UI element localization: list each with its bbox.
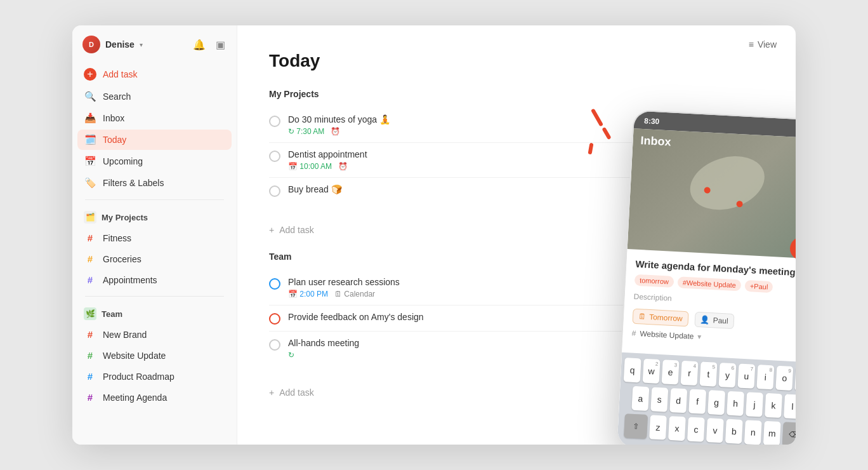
key-r[interactable]: r4 — [681, 361, 699, 386]
hash-icon: # — [84, 274, 96, 285]
sidebar-item-today[interactable]: 🗓️ Today — [77, 130, 232, 150]
key-shift[interactable]: ⇧ — [624, 413, 648, 439]
key-j[interactable]: j — [746, 392, 763, 417]
phone-content: Write agenda for Monday's meeting tomorr… — [622, 249, 796, 363]
task-checkbox[interactable] — [269, 313, 280, 325]
phone-tags: tomorrow #Website Update +Paul — [635, 274, 796, 295]
key-m[interactable]: m — [763, 421, 781, 445]
key-s[interactable]: s — [650, 387, 668, 412]
key-i[interactable]: i8 — [756, 365, 774, 389]
sidebar-item-label: Appointments — [103, 275, 157, 285]
key-t[interactable]: t5 — [700, 361, 718, 386]
sidebar-item-search[interactable]: 🔍 Search — [77, 86, 232, 107]
sidebar-item-groceries[interactable]: # Groceries — [77, 249, 232, 269]
key-q[interactable]: q — [624, 358, 641, 382]
add-task-circle-icon: + — [84, 68, 96, 81]
key-c[interactable]: c — [687, 417, 705, 441]
sidebar-item-filters[interactable]: 🏷️ Filters & Labels — [77, 173, 232, 193]
map-dot — [704, 187, 711, 194]
sidebar-item-appointments[interactable]: # Appointments — [77, 270, 232, 290]
key-h[interactable]: h — [727, 391, 744, 416]
hash-icon: # — [84, 392, 96, 403]
sidebar-item-upcoming[interactable]: 📅 Upcoming — [77, 151, 232, 171]
sidebar-item-label: Filters & Labels — [103, 178, 164, 188]
add-task-label: Add task — [279, 387, 313, 398]
plus-icon: + — [269, 225, 274, 235]
key-f[interactable]: f — [688, 389, 706, 414]
phone-user-button[interactable]: 👤 Paul — [694, 312, 734, 329]
avatar: D — [82, 36, 100, 53]
task-checkbox[interactable] — [269, 116, 280, 127]
sidebar-item-label: New Brand — [103, 330, 147, 340]
team-header[interactable]: 🌿 Team — [77, 303, 232, 325]
phone-date-button[interactable]: 🗓 Tomorrow — [633, 309, 689, 327]
key-w[interactable]: w2 — [643, 359, 661, 384]
key-z[interactable]: z — [649, 415, 667, 440]
key-backspace[interactable]: ⌫ — [782, 422, 796, 445]
sidebar-item-label: Groceries — [103, 254, 141, 264]
plus-icon: + — [269, 387, 274, 398]
task-checkbox[interactable] — [269, 339, 280, 351]
sidebar-item-product-roadmap[interactable]: # Product Roadmap — [77, 366, 232, 386]
key-x[interactable]: x — [668, 416, 686, 441]
key-e[interactable]: e3 — [662, 359, 680, 384]
filters-icon: 🏷️ — [84, 177, 96, 189]
task-checkbox[interactable] — [269, 185, 280, 197]
sidebar-item-inbox[interactable]: 📥 Inbox — [77, 108, 232, 128]
phone-meta-row: 🗓 Tomorrow 👤 Paul — [633, 309, 796, 333]
add-task-label: Add task — [279, 225, 313, 235]
sidebar-item-fitness[interactable]: # Fitness — [77, 228, 232, 248]
page-title: Today — [269, 51, 764, 71]
view-button[interactable]: ≡ View — [749, 39, 777, 50]
chevron-down-icon: ▾ — [140, 41, 143, 48]
key-b[interactable]: b — [725, 419, 743, 444]
sidebar-item-label: Website Update — [103, 351, 166, 361]
map-dot — [737, 200, 744, 207]
sidebar-item-label: Search — [103, 91, 131, 102]
phone-map: Inbox ⋮ — [628, 128, 796, 259]
key-n[interactable]: n — [744, 420, 762, 445]
sidebar-item-label: Upcoming — [103, 156, 143, 166]
phone-user-label: Paul — [713, 316, 728, 325]
sidebar-item-website-update[interactable]: # Website Update — [77, 346, 232, 365]
divider — [85, 199, 224, 200]
task-checkbox[interactable] — [269, 278, 280, 290]
notification-bell-icon[interactable]: 🔔 — [192, 37, 207, 52]
sidebar-item-meeting-agenda[interactable]: # Meeting Agenda — [77, 387, 232, 407]
app-container: D Denise ▾ 🔔 ▣ + Add task 🔍 Search 📥 Inb — [72, 25, 796, 445]
phone-project-row: # Website Update ▾ — [631, 329, 796, 347]
task-time: 📅 2:00 PM — [288, 290, 328, 299]
key-v[interactable]: v — [706, 418, 724, 443]
key-k[interactable]: k — [765, 393, 782, 418]
add-task-button[interactable]: + Add task — [77, 64, 232, 85]
hash-icon: # — [84, 329, 96, 340]
my-projects-header[interactable]: 🗂️ My Projects — [77, 206, 232, 228]
task-checkbox[interactable] — [269, 151, 280, 162]
key-y[interactable]: y6 — [718, 363, 736, 387]
hash-icon: # — [84, 232, 96, 243]
phone-description: Description — [633, 292, 796, 311]
key-p[interactable]: p0 — [794, 366, 796, 391]
filter-icon: ≡ — [749, 39, 754, 50]
user-icon: 👤 — [700, 315, 710, 325]
key-l[interactable]: l — [784, 394, 796, 419]
layout-icon[interactable]: ▣ — [214, 37, 227, 52]
key-d[interactable]: d — [669, 388, 687, 413]
phone-mockup: 8:30 ▲ ▉ Inbox ⋮ Write agenda for Monday… — [615, 109, 796, 445]
phone-project-label: Website Update — [640, 329, 694, 340]
sidebar-item-new-brand[interactable]: # New Brand — [77, 325, 232, 344]
key-o[interactable]: o9 — [775, 366, 793, 391]
upcoming-icon: 📅 — [84, 156, 96, 167]
inbox-icon: 📥 — [84, 112, 96, 124]
main-content: ≡ View Today My Projects Do 30 minutes o… — [237, 25, 796, 445]
section-title-my-projects: My Projects — [269, 89, 764, 99]
key-a[interactable]: a — [631, 386, 649, 411]
phone-tag-website: #Website Update — [677, 276, 741, 291]
key-g[interactable]: g — [707, 390, 725, 415]
phone-tag-tomorrow: tomorrow — [635, 274, 674, 288]
phone-keyboard: q w2 e3 r4 t5 y6 u7 i8 o9 p0 a s d f g — [617, 352, 796, 445]
dropdown-icon: ▾ — [697, 332, 702, 341]
key-u[interactable]: u7 — [737, 364, 755, 389]
sidebar-header: D Denise ▾ 🔔 ▣ — [72, 36, 237, 64]
user-menu[interactable]: D Denise ▾ — [82, 36, 143, 53]
